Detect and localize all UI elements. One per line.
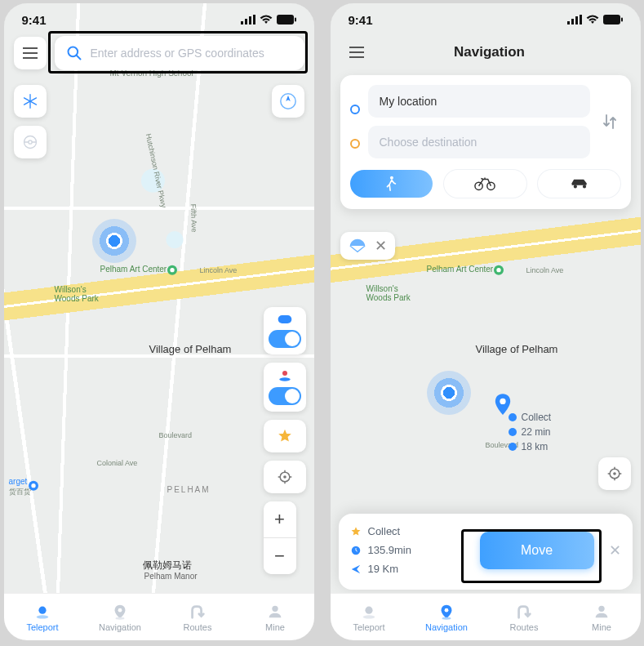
dest-dot-icon: [350, 139, 360, 149]
origin-field[interactable]: My location: [368, 85, 590, 118]
travel-modes: [350, 170, 621, 198]
favorites-button[interactable]: [264, 420, 306, 452]
cellular-icon: [567, 15, 582, 25]
tab-navigation[interactable]: Navigation: [408, 594, 486, 640]
tab-teleport[interactable]: Teleport: [331, 594, 408, 640]
tab-routes[interactable]: Routes: [159, 594, 237, 640]
parachute-icon: [349, 237, 366, 255]
compass-button[interactable]: [272, 85, 304, 118]
teleport-icon: [33, 603, 51, 621]
menu-button[interactable]: [340, 36, 373, 69]
status-time: 9:41: [22, 13, 47, 27]
dest-dist: 18 km: [522, 441, 549, 452]
locate-button[interactable]: [264, 461, 306, 493]
snowflake-button[interactable]: [14, 85, 47, 118]
svg-point-37: [500, 399, 505, 404]
mode-bike[interactable]: [444, 170, 526, 198]
sheet-collect: Collect: [368, 525, 401, 537]
svg-point-50: [445, 608, 449, 612]
svg-point-21: [279, 377, 291, 381]
map-label-boulevard: Boulevard: [159, 431, 193, 439]
svg-rect-31: [575, 16, 578, 25]
tab-routes-label: Routes: [184, 622, 212, 632]
svg-rect-29: [567, 21, 570, 25]
svg-point-17: [28, 140, 31, 144]
tab-navigation[interactable]: Navigation: [82, 594, 159, 640]
right-tools: + −: [264, 307, 306, 574]
svg-rect-3: [253, 15, 255, 25]
poi-art-center: [492, 265, 505, 281]
tab-mine[interactable]: Mine: [237, 594, 314, 640]
map-label-village: Village of Pelham: [476, 343, 558, 355]
search-input[interactable]: [91, 47, 293, 60]
menu-button[interactable]: [14, 37, 47, 69]
zoom-in-button[interactable]: +: [264, 501, 296, 537]
svg-rect-30: [571, 19, 574, 25]
tab-mine-label: Mine: [592, 622, 611, 632]
joystick-switch[interactable]: [269, 330, 301, 348]
avatar-toggle[interactable]: [264, 363, 306, 412]
svg-point-39: [351, 140, 359, 148]
phone-navigation: 9:41 Pelham Art Center Lincoln Ave Wills…: [331, 3, 641, 640]
arrow-icon: [350, 564, 362, 575]
swap-button[interactable]: [598, 113, 621, 131]
bike-icon: [474, 176, 495, 191]
gamepad-icon: [277, 314, 293, 325]
svg-rect-4: [277, 15, 294, 25]
tab-navigation-label: Navigation: [99, 622, 141, 632]
move-button[interactable]: Move: [480, 532, 594, 569]
hamburger-icon: [23, 47, 38, 59]
car-icon: [570, 178, 589, 189]
svg-point-9: [31, 483, 35, 488]
search-bar[interactable]: [55, 36, 304, 70]
crosshair-icon: [606, 466, 623, 482]
teleport-icon: [360, 603, 378, 621]
tab-bar: Teleport Navigation Routes Mine: [331, 593, 641, 640]
phone-teleport: 9:41 Mt Vernon High School Hutchinson Ri…: [4, 3, 314, 640]
svg-point-44: [583, 185, 586, 188]
layer-pill: ✕: [340, 232, 395, 260]
tab-mine[interactable]: Mine: [563, 594, 641, 640]
tab-routes[interactable]: Routes: [486, 594, 563, 640]
svg-point-25: [37, 615, 49, 618]
svg-point-27: [116, 617, 125, 619]
pokeball-button[interactable]: [14, 126, 47, 158]
hamburger-icon: [349, 47, 364, 58]
zoom-out-button[interactable]: −: [264, 538, 296, 574]
map-label-park: Willson's Woods Park: [366, 284, 415, 302]
svg-rect-0: [241, 21, 243, 25]
destination-field[interactable]: Choose destination: [368, 126, 590, 158]
star-icon: [277, 428, 293, 444]
tab-teleport[interactable]: Teleport: [4, 594, 82, 640]
svg-point-49: [363, 615, 375, 618]
clock-icon: [350, 545, 362, 556]
layer-close-button[interactable]: ✕: [375, 237, 387, 255]
mode-walk[interactable]: [350, 170, 433, 198]
svg-point-43: [574, 185, 577, 188]
routes-icon: [189, 603, 207, 621]
person-icon: [593, 603, 611, 621]
navigation-icon: [111, 603, 129, 621]
svg-line-11: [76, 56, 80, 60]
route-card: My location Choose destination: [340, 75, 631, 209]
svg-rect-32: [580, 15, 582, 25]
destination-info: Collect 22 min 18 km: [509, 412, 552, 452]
avatar-switch[interactable]: [269, 387, 301, 405]
map-label-art-center: Pelham Art Center: [427, 265, 494, 274]
tab-teleport-label: Teleport: [26, 622, 58, 632]
svg-point-52: [598, 605, 604, 611]
pokeball-icon: [22, 134, 38, 150]
mode-car[interactable]: [538, 170, 620, 198]
route-sheet: Collect 135.9min 19 Km Move ✕: [339, 514, 633, 590]
star-icon: [350, 526, 362, 537]
svg-rect-33: [603, 15, 620, 25]
joystick-toggle[interactable]: [264, 307, 306, 354]
locate-button[interactable]: [598, 457, 631, 490]
sheet-close-button[interactable]: ✕: [609, 541, 621, 559]
svg-point-51: [442, 617, 451, 619]
map-label-colonial: Colonial Ave: [97, 459, 138, 467]
tab-routes-label: Routes: [510, 622, 539, 632]
sheet-time: 135.9min: [368, 544, 411, 556]
route-stats: Collect 135.9min 19 Km: [350, 525, 469, 575]
snowflake-icon: [22, 93, 38, 109]
